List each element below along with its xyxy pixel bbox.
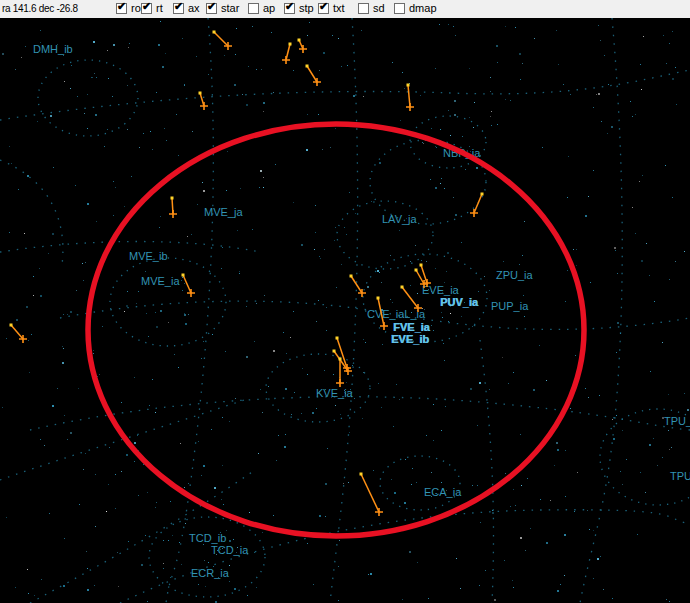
- checkbox-label-ro: ro: [131, 2, 141, 14]
- checkbox-label-star: star: [221, 2, 239, 14]
- checkmark-glyph: ✔: [174, 1, 183, 12]
- checkbox-sd[interactable]: sd: [358, 2, 385, 14]
- checkbox-txt[interactable]: ✔txt: [318, 2, 345, 14]
- checkbox-rt[interactable]: ✔rt: [141, 2, 163, 14]
- checkbox-label-dmap: dmap: [409, 2, 437, 14]
- checkmark-glyph: ✔: [285, 1, 294, 12]
- checkbox-label-stp: stp: [299, 2, 314, 14]
- checkmark-glyph: ✔: [207, 1, 216, 12]
- checkbox-label-sd: sd: [373, 2, 385, 14]
- checkbox-stp[interactable]: ✔stp: [284, 2, 314, 14]
- checkmark-icon[interactable]: ✔: [141, 3, 152, 14]
- checkmark-glyph: ✔: [142, 1, 151, 12]
- checkmark-icon[interactable]: ✔: [173, 3, 184, 14]
- checkbox-dmap[interactable]: dmap: [394, 2, 437, 14]
- checkbox-empty[interactable]: [248, 3, 259, 14]
- checkmark-glyph: ✔: [117, 1, 126, 12]
- checkbox-empty[interactable]: [394, 3, 405, 14]
- checkbox-label-rt: rt: [156, 2, 163, 14]
- checkbox-label-txt: txt: [333, 2, 345, 14]
- star-map-window: DMH_ibNBP_iaMVE_jaLAV_jaMVE_ibEVE_iaZPU_…: [0, 0, 690, 603]
- checkmark-icon[interactable]: ✔: [116, 3, 127, 14]
- checkbox-ap[interactable]: ap: [248, 2, 275, 14]
- checkmark-icon[interactable]: ✔: [284, 3, 295, 14]
- checkmark-glyph: ✔: [319, 1, 328, 12]
- coords-readout: ra 141.6 dec -26.8: [2, 3, 78, 14]
- sky-background: [0, 0, 690, 603]
- checkbox-label-ax: ax: [188, 2, 200, 14]
- checkbox-star[interactable]: ✔star: [206, 2, 239, 14]
- checkmark-icon[interactable]: ✔: [318, 3, 329, 14]
- checkbox-ro[interactable]: ✔ro: [116, 2, 141, 14]
- checkmark-icon[interactable]: ✔: [206, 3, 217, 14]
- sky-canvas[interactable]: DMH_ibNBP_iaMVE_jaLAV_jaMVE_ibEVE_iaZPU_…: [0, 0, 690, 603]
- sky-bg-rect: [0, 0, 690, 603]
- checkbox-label-ap: ap: [263, 2, 275, 14]
- toolbar: ra 141.6 dec -26.8 ✔ro✔rt✔ax✔starap✔stp✔…: [0, 0, 690, 18]
- checkbox-empty[interactable]: [358, 3, 369, 14]
- checkbox-ax[interactable]: ✔ax: [173, 2, 200, 14]
